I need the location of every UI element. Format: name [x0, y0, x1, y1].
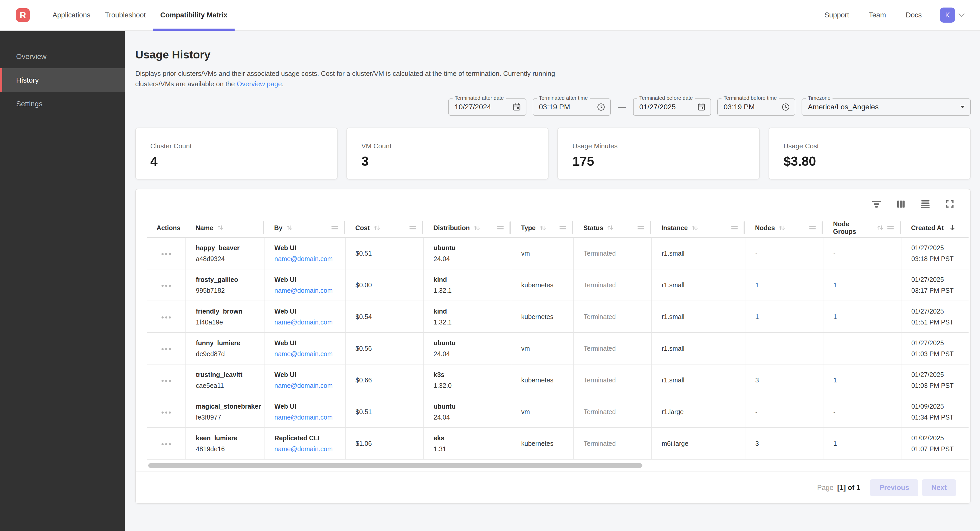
sort-icon[interactable]: [876, 224, 884, 232]
sort-icon[interactable]: [539, 224, 547, 232]
column-label: Instance: [662, 224, 688, 232]
nav-item-applications[interactable]: Applications: [45, 0, 98, 30]
column-resize-handle[interactable]: [262, 221, 264, 234]
column-drag-handle-icon[interactable]: [560, 226, 566, 230]
sort-icon[interactable]: [286, 224, 293, 232]
created-by-email-link[interactable]: name@domain.com: [274, 445, 332, 453]
clock-icon[interactable]: [597, 103, 606, 111]
page-description: Displays prior clusters/VMs and their as…: [135, 68, 629, 89]
column-drag-handle-icon[interactable]: [638, 226, 644, 230]
sort-icon[interactable]: [606, 224, 614, 232]
created-by-email-link[interactable]: name@domain.com: [274, 350, 332, 357]
sort-icon[interactable]: [373, 224, 381, 232]
horizontal-scrollbar-thumb[interactable]: [148, 463, 643, 468]
clock-icon[interactable]: [781, 103, 790, 111]
column-resize-handle[interactable]: [509, 221, 511, 234]
column-header-status[interactable]: Status: [573, 219, 652, 237]
cost-cell: $0.51: [345, 238, 423, 269]
column-resize-handle[interactable]: [422, 221, 423, 234]
column-header-type[interactable]: Type: [511, 219, 573, 237]
nav-item-docs[interactable]: Docs: [899, 11, 929, 19]
created-by-email-link[interactable]: name@domain.com: [274, 382, 332, 389]
next-page-button[interactable]: Next: [922, 479, 956, 496]
column-resize-handle[interactable]: [900, 221, 901, 234]
row-actions-button[interactable]: [159, 346, 173, 353]
overview-page-link[interactable]: Overview page: [237, 80, 282, 88]
cost-cell: $0.56: [345, 333, 423, 364]
column-header-node-groups[interactable]: Node Groups: [823, 219, 901, 237]
sort-icon[interactable]: [691, 224, 698, 232]
created-by-email-link[interactable]: name@domain.com: [274, 414, 332, 421]
created-time: 03:17 PM PST: [912, 285, 964, 296]
cluster-name: keen_lumiere: [196, 433, 259, 444]
density-icon[interactable]: [920, 198, 931, 210]
column-header-instance[interactable]: Instance: [652, 219, 745, 237]
table-row: happy_beavera48d9324 Web UIname@domain.c…: [147, 238, 969, 269]
column-resize-handle[interactable]: [572, 221, 573, 234]
nav-item-support[interactable]: Support: [818, 11, 856, 19]
column-resize-handle[interactable]: [650, 221, 651, 234]
row-actions-button[interactable]: [159, 314, 173, 321]
row-actions-button[interactable]: [159, 282, 173, 289]
cost-cell: $0.54: [345, 301, 423, 333]
column-header-cost[interactable]: Cost: [345, 219, 423, 237]
sidebar-item-history[interactable]: History: [0, 68, 125, 92]
created-time: 01:51 PM PST: [912, 317, 964, 328]
column-resize-handle[interactable]: [744, 221, 745, 234]
sidebar-item-settings[interactable]: Settings: [0, 92, 125, 116]
column-header-created-at[interactable]: Created At: [901, 219, 969, 237]
nav-item-team[interactable]: Team: [862, 11, 892, 19]
column-header-nodes[interactable]: Nodes: [745, 219, 823, 237]
node-groups-cell: 1: [823, 364, 901, 396]
created-by-email-link[interactable]: name@domain.com: [274, 319, 332, 326]
fullscreen-icon[interactable]: [944, 198, 956, 210]
row-actions-button[interactable]: [159, 377, 173, 385]
sidebar-item-overview[interactable]: Overview: [0, 45, 125, 68]
terminated-before-date-field[interactable]: Terminated before date 01/27/2025: [633, 98, 711, 116]
terminated-before-time-field[interactable]: Terminated before time 03:19 PM: [718, 98, 795, 116]
column-header-by[interactable]: By: [264, 219, 345, 237]
column-drag-handle-icon[interactable]: [731, 226, 738, 230]
type-cell: vm: [511, 396, 573, 428]
created-by-source: Web UI: [274, 306, 340, 317]
created-by-source: Replicated CLI: [274, 433, 340, 444]
column-header-name[interactable]: Name: [186, 219, 264, 237]
stat-label: Usage Minutes: [573, 142, 759, 150]
column-header-distribution[interactable]: Distribution: [423, 219, 511, 237]
sort-descending-icon[interactable]: [948, 224, 956, 232]
distribution-version: 24.04: [434, 253, 506, 264]
created-by-source: Web UI: [274, 338, 340, 349]
column-drag-handle-icon[interactable]: [809, 226, 816, 230]
cluster-name: magical_stonebraker: [196, 401, 259, 412]
cluster-id: 4819de16: [196, 444, 259, 454]
calendar-icon[interactable]: [697, 103, 706, 111]
sort-icon[interactable]: [473, 224, 480, 232]
account-menu-button[interactable]: K: [940, 8, 965, 22]
created-by-email-link[interactable]: name@domain.com: [274, 287, 332, 294]
calendar-icon[interactable]: [512, 103, 521, 111]
nav-item-troubleshoot[interactable]: Troubleshoot: [98, 0, 153, 30]
terminated-after-time-field[interactable]: Terminated after time 03:19 PM: [533, 98, 611, 116]
sort-icon[interactable]: [778, 224, 786, 232]
row-actions-button[interactable]: [159, 409, 173, 416]
sort-icon[interactable]: [216, 224, 224, 232]
nav-item-compatibility-matrix[interactable]: Compatibility Matrix: [153, 0, 235, 30]
previous-page-button[interactable]: Previous: [870, 479, 918, 496]
column-drag-handle-icon[interactable]: [497, 226, 504, 230]
column-drag-handle-icon[interactable]: [409, 226, 416, 230]
filter-icon[interactable]: [871, 198, 882, 210]
columns-icon[interactable]: [895, 198, 907, 210]
replicated-logo[interactable]: R: [16, 8, 30, 22]
column-drag-handle-icon[interactable]: [887, 226, 894, 230]
stat-value: 3: [361, 154, 548, 169]
table-row: keen_lumiere4819de16 Replicated CLIname@…: [147, 428, 969, 459]
column-resize-handle[interactable]: [822, 221, 823, 234]
terminated-after-date-field[interactable]: Terminated after date 10/27/2024: [449, 98, 527, 116]
timezone-select[interactable]: Timezone America/Los_Angeles: [802, 98, 970, 116]
column-resize-handle[interactable]: [344, 221, 345, 234]
node-groups-cell: 1: [823, 269, 901, 301]
created-by-email-link[interactable]: name@domain.com: [274, 255, 332, 262]
row-actions-button[interactable]: [159, 441, 173, 448]
column-drag-handle-icon[interactable]: [331, 226, 338, 230]
row-actions-button[interactable]: [159, 250, 173, 258]
